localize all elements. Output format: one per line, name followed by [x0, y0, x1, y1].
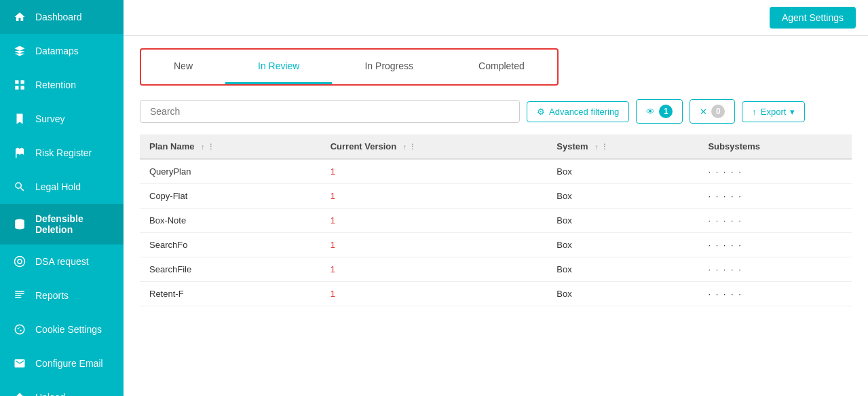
table-row: Retent-F 1 Box · · · · · [140, 282, 852, 306]
sidebar-item-configure-email[interactable]: Configure Email [0, 346, 124, 380]
advanced-filtering-label: Advanced filtering [549, 107, 619, 117]
eye-icon: 👁 [646, 107, 655, 117]
cell-version: 1 [321, 184, 548, 209]
sidebar-item-reports[interactable]: Reports [0, 278, 124, 312]
cell-system: Box [547, 159, 698, 184]
sidebar-item-dsa-request[interactable]: DSA request [0, 245, 124, 278]
cell-subsystems: · · · · · [698, 159, 852, 184]
system-sort-icon: ↑ ⋮ [595, 143, 608, 151]
svg-point-3 [15, 325, 24, 334]
cell-system: Box [547, 184, 698, 209]
topbar: Agent Settings [124, 0, 868, 36]
svg-point-4 [18, 327, 19, 329]
sidebar-item-risk-register[interactable]: Risk Register [0, 136, 124, 170]
tabs-container: New In Review In Progress Completed [140, 48, 559, 86]
upload-icon [12, 390, 27, 396]
toolbar: ⚙ Advanced filtering 👁 1 ✕ 0 ↑ Export ▾ [140, 99, 852, 124]
filter-icon: ⚙ [537, 107, 545, 117]
col-header-plan-name[interactable]: Plan Name ↑ ⋮ [140, 134, 321, 159]
cell-system: Box [547, 257, 698, 282]
x-icon: ✕ [700, 107, 707, 117]
content-area: New In Review In Progress Completed ⚙ Ad… [124, 36, 868, 396]
filter-count-badge: 1 [659, 105, 673, 118]
cell-plan-name: SearchFo [140, 233, 321, 257]
export-chevron-icon: ▾ [790, 107, 795, 117]
cell-plan-name: Copy-Flat [140, 184, 321, 209]
cell-version: 1 [321, 257, 548, 282]
cell-subsystems: · · · · · [698, 233, 852, 257]
plan-name-sort-icon: ↑ ⋮ [201, 143, 214, 151]
survey-icon [12, 111, 27, 126]
sidebar-label-upload: Upload [35, 392, 65, 396]
flag-icon [12, 145, 27, 160]
cell-system: Box [547, 233, 698, 257]
col-header-subsystems[interactable]: Subsystems [698, 134, 852, 159]
export-button[interactable]: ↑ Export ▾ [742, 101, 805, 122]
sidebar: Dashboard Datamaps Retention Survey Risk… [0, 0, 124, 396]
clear-filter-button[interactable]: ✕ 0 [690, 99, 735, 124]
tab-completed[interactable]: Completed [446, 50, 557, 84]
table-row: QueryPlan 1 Box · · · · · [140, 159, 852, 184]
sidebar-label-legal-hold: Legal Hold [35, 181, 81, 192]
search-input[interactable] [140, 100, 520, 123]
sidebar-label-cookie-settings: Cookie Settings [35, 324, 102, 335]
cell-subsystems: · · · · · [698, 257, 852, 282]
sidebar-label-datamaps: Datamaps [35, 46, 79, 56]
sidebar-label-survey: Survey [35, 113, 65, 124]
table-header-row: Plan Name ↑ ⋮ Current Version ↑ ⋮ System… [140, 134, 852, 159]
cell-plan-name: Retent-F [140, 282, 321, 306]
table-row: SearchFile 1 Box · · · · · [140, 257, 852, 282]
lifebuoy-icon [12, 254, 27, 269]
cell-subsystems: · · · · · [698, 209, 852, 233]
layers-icon [12, 43, 27, 58]
reports-icon [12, 288, 27, 303]
cell-plan-name: QueryPlan [140, 159, 321, 184]
main-content: Agent Settings New In Review In Progress… [124, 0, 868, 396]
sidebar-item-upload[interactable]: Upload [0, 380, 124, 396]
sidebar-item-cookie-settings[interactable]: Cookie Settings [0, 312, 124, 346]
filter-count-button[interactable]: 👁 1 [636, 99, 683, 124]
cell-plan-name: SearchFile [140, 257, 321, 282]
legal-hold-icon [12, 179, 27, 194]
home-icon [12, 10, 27, 24]
tab-in-review[interactable]: In Review [225, 50, 332, 84]
cell-version: 1 [321, 159, 548, 184]
cell-version: 1 [321, 282, 548, 306]
sidebar-item-survey[interactable]: Survey [0, 102, 124, 136]
col-header-current-version[interactable]: Current Version ↑ ⋮ [321, 134, 548, 159]
sidebar-item-legal-hold[interactable]: Legal Hold [0, 170, 124, 204]
sidebar-label-dsa-request: DSA request [35, 256, 89, 267]
sidebar-label-dashboard: Dashboard [35, 12, 82, 22]
grid-icon [12, 77, 27, 92]
cell-version: 1 [321, 233, 548, 257]
sidebar-label-reports: Reports [35, 290, 69, 301]
clear-count-badge: 0 [711, 105, 725, 118]
sidebar-item-retention[interactable]: Retention [0, 68, 124, 102]
cell-subsystems: · · · · · [698, 282, 852, 306]
svg-point-2 [18, 259, 22, 264]
table-row: Copy-Flat 1 Box · · · · · [140, 184, 852, 209]
export-label: Export [761, 107, 787, 117]
col-header-system[interactable]: System ↑ ⋮ [547, 134, 698, 159]
database-icon [12, 217, 27, 232]
table-row: Box-Note 1 Box · · · · · [140, 209, 852, 233]
sidebar-item-dashboard[interactable]: Dashboard [0, 0, 124, 34]
cookie-icon [12, 322, 27, 337]
version-sort-icon: ↑ ⋮ [403, 143, 417, 151]
tab-new[interactable]: New [141, 50, 225, 84]
cell-plan-name: Box-Note [140, 209, 321, 233]
tab-in-progress[interactable]: In Progress [332, 50, 446, 84]
agent-settings-button[interactable]: Agent Settings [770, 7, 856, 29]
sidebar-item-defensible-deletion[interactable]: Defensible Deletion [0, 204, 124, 245]
mail-icon [12, 356, 27, 371]
sidebar-label-defensible-deletion: Defensible Deletion [35, 213, 111, 235]
sidebar-label-configure-email: Configure Email [35, 358, 103, 369]
table-row: SearchFo 1 Box · · · · · [140, 233, 852, 257]
sidebar-item-datamaps[interactable]: Datamaps [0, 34, 124, 68]
sidebar-label-retention: Retention [35, 79, 76, 90]
cell-system: Box [547, 282, 698, 306]
svg-point-5 [20, 329, 21, 331]
advanced-filtering-button[interactable]: ⚙ Advanced filtering [527, 101, 629, 122]
cell-subsystems: · · · · · [698, 184, 852, 209]
data-table: Plan Name ↑ ⋮ Current Version ↑ ⋮ System… [140, 134, 852, 306]
